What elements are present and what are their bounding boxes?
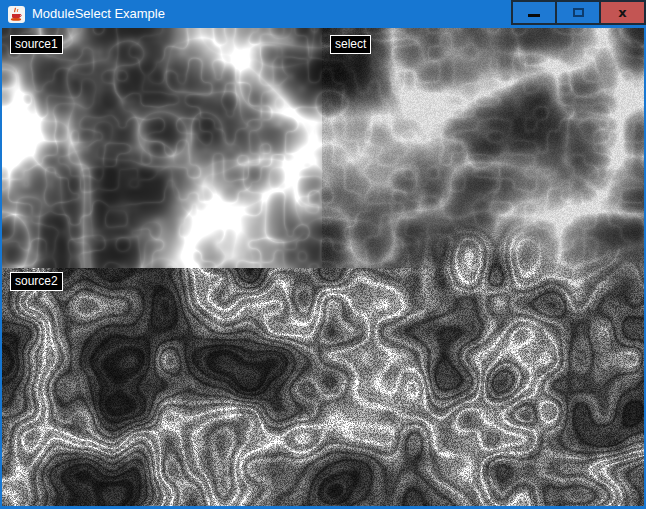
noise-render-area: source1 select source2 (2, 28, 644, 506)
window-controls: x (513, 0, 646, 26)
window-title: ModuleSelect Example (32, 0, 165, 28)
source2-label: source2 (10, 272, 63, 291)
app-window: ModuleSelect Example x source1 select so… (0, 0, 646, 509)
titlebar[interactable]: ModuleSelect Example x (0, 0, 646, 28)
close-button[interactable]: x (599, 0, 646, 25)
maximize-square-icon (573, 8, 584, 17)
select-label: select (330, 35, 371, 54)
source1-noise-image (2, 28, 322, 268)
source1-label: source1 (10, 35, 63, 54)
source2-noise-image (2, 268, 484, 506)
minimize-button[interactable] (511, 0, 557, 25)
java-coffee-cup-icon[interactable] (8, 6, 25, 23)
minimize-dash-icon (528, 14, 540, 17)
java-coffee-cup-glyph (8, 6, 25, 23)
close-x-icon: x (618, 6, 626, 19)
maximize-button[interactable] (555, 0, 601, 25)
